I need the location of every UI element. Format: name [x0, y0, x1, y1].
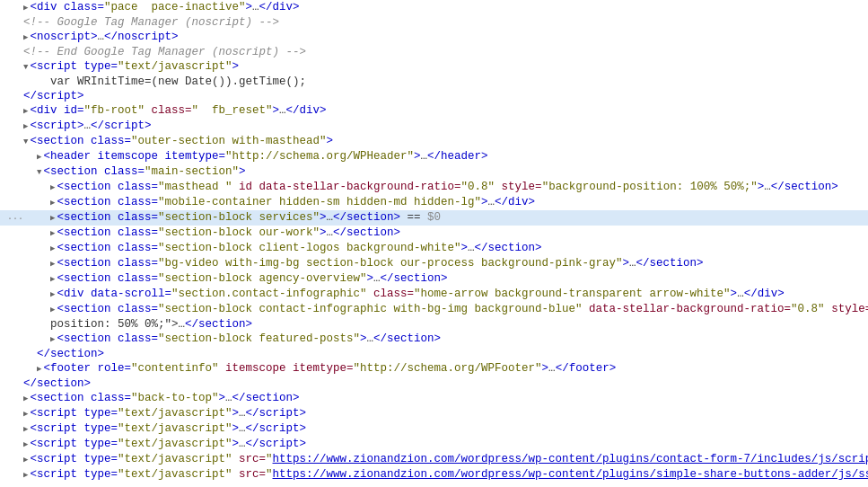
line-dot: ...	[7, 210, 20, 225]
code-line: ▶<section class="section-block contact-i…	[0, 302, 868, 317]
line-content: ▶<script type="text/javascript">…</scrip…	[20, 421, 868, 437]
code-line: ▶<section class="section-block featured-…	[0, 332, 868, 347]
code-line: <!-- End Google Tag Manager (noscript) -…	[0, 45, 868, 59]
line-content: ▼<section class="main-section">	[20, 164, 868, 180]
line-content: ▶<div class="pace pace-inactive">…</div>	[20, 0, 868, 15]
code-line: ▶<div data-scroll="section.contact-infog…	[0, 287, 868, 302]
line-content: ▶<footer role="contentinfo" itemscope it…	[20, 361, 868, 376]
line-content: <!-- Google Tag Manager (noscript) -->	[20, 15, 868, 30]
code-line: var WRInitTime=(new Date()).getTime();	[0, 75, 868, 89]
line-content: var WRInitTime=(new Date()).getTime();	[20, 75, 868, 89]
line-content: ▶<section class="section-block agency-ov…	[20, 271, 868, 287]
line-content: ▶<noscript>…</noscript>	[20, 30, 868, 45]
code-line: ▶<script type="text/javascript">…</scrip…	[0, 421, 868, 437]
code-line: ... ▶<section class="section-block servi…	[0, 210, 868, 226]
code-line: <!-- Google Tag Manager (noscript) -->	[0, 15, 868, 30]
code-line: ▶<footer role="contentinfo" itemscope it…	[0, 361, 868, 376]
line-content: ▶<script type="text/javascript" src="htt…	[20, 467, 868, 483]
code-line: ▶<noscript>…</noscript>	[0, 30, 868, 45]
code-line: ▶<section class="bg-video with-img-bg se…	[0, 256, 868, 271]
code-line: ▶<script type="text/javascript" src="htt…	[0, 467, 868, 483]
line-content: ▶<section class="masthead " id data-stel…	[20, 180, 868, 195]
code-line: </script>	[0, 89, 868, 103]
code-line: ▶<script type="text/javascript">…</scrip…	[0, 406, 868, 421]
line-content: position: 50% 0%;">…</section>	[20, 317, 868, 332]
code-line: </section>	[0, 347, 868, 361]
line-content: ▶<script type="text/javascript">…</scrip…	[20, 437, 868, 452]
line-content: ▶<section class="section-block client-lo…	[20, 241, 868, 256]
line-content: ▶<section class="back-to-top">…</section…	[20, 391, 868, 406]
line-content: ▶<section class="section-block featured-…	[20, 332, 868, 347]
line-content: </script>	[20, 89, 868, 103]
code-line: ▶<section class="masthead " id data-stel…	[0, 180, 868, 195]
code-line: ▶<script type="text/javascript" src="htt…	[0, 452, 868, 467]
code-line: ▶<section class="back-to-top">…</section…	[0, 391, 868, 406]
code-line: ▼<section class="main-section">	[0, 164, 868, 180]
code-line: position: 50% 0%;">…</section>	[0, 317, 868, 332]
code-line: ▶<section class="section-block agency-ov…	[0, 271, 868, 287]
code-line: ▶<script>…</script>	[0, 119, 868, 134]
line-content: ▶<script>…</script>	[20, 119, 868, 134]
code-line: ▶<div id="fb-root" class=" fb_reset">…</…	[0, 103, 868, 119]
line-content: ▶<section class="section-block contact-i…	[20, 302, 868, 317]
code-line: ▼<section class="outer-section with-mast…	[0, 134, 868, 149]
line-content: ▶<section class="section-block services"…	[20, 210, 868, 226]
code-line: ▶<section class="mobile-container hidden…	[0, 195, 868, 210]
line-content: ▶<script type="text/javascript">…</scrip…	[20, 406, 868, 421]
code-line: ▶<section class="section-block our-work"…	[0, 226, 868, 241]
line-content: ▶<section class="mobile-container hidden…	[20, 195, 868, 210]
line-content: ▶<header itemscope itemtype="http://sche…	[20, 149, 868, 164]
code-line: ▼<script type="text/javascript">	[0, 59, 868, 75]
line-content: <!-- End Google Tag Manager (noscript) -…	[20, 45, 868, 59]
code-view: ▶<div class="pace pace-inactive">…</div>…	[0, 0, 868, 487]
lines-container: ▶<div class="pace pace-inactive">…</div>…	[0, 0, 868, 483]
code-line: ▶<header itemscope itemtype="http://sche…	[0, 149, 868, 164]
line-content: ▼<script type="text/javascript">	[20, 59, 868, 75]
line-content: ▶<section class="section-block our-work"…	[20, 226, 868, 241]
line-content: ▶<script type="text/javascript" src="htt…	[20, 452, 868, 467]
line-content: ▶<section class="bg-video with-img-bg se…	[20, 256, 868, 271]
line-content: ▶<div data-scroll="section.contact-infog…	[20, 287, 868, 302]
code-line: ▶<section class="section-block client-lo…	[0, 241, 868, 256]
line-content: ▶<div id="fb-root" class=" fb_reset">…</…	[20, 103, 868, 119]
code-line: </section>	[0, 376, 868, 391]
line-content: </section>	[20, 347, 868, 361]
line-content: </section>	[20, 376, 868, 391]
line-content: ▼<section class="outer-section with-mast…	[20, 134, 868, 149]
code-line: ▶<div class="pace pace-inactive">…</div>	[0, 0, 868, 15]
code-line: ▶<script type="text/javascript">…</scrip…	[0, 437, 868, 452]
